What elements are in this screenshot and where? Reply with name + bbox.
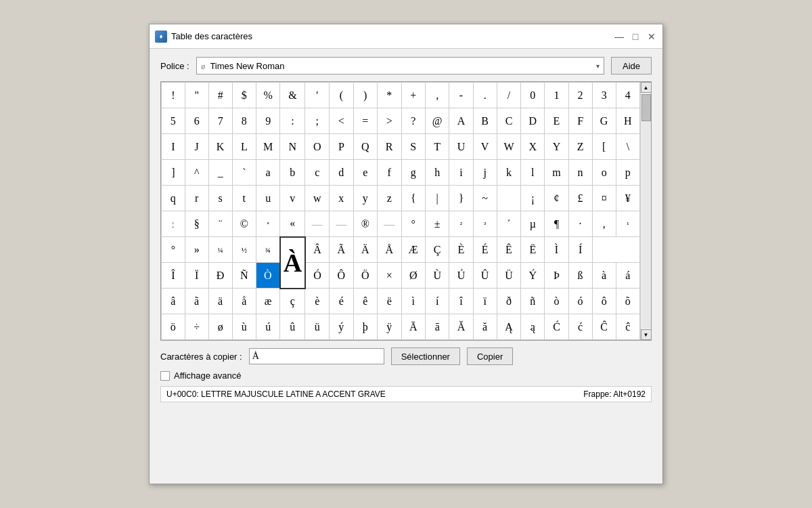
char-cell[interactable]: ²	[449, 211, 473, 237]
char-cell[interactable]: ®	[353, 211, 377, 237]
char-cell[interactable]: ù	[232, 314, 256, 340]
char-cell[interactable]: I	[162, 134, 185, 160]
char-cell[interactable]: L	[232, 134, 256, 160]
char-cell[interactable]: T	[425, 134, 449, 160]
char-cell[interactable]: ¹	[616, 211, 639, 237]
char-cell[interactable]: E	[545, 108, 568, 134]
char-cell[interactable]: .	[473, 83, 497, 108]
char-cell[interactable]: æ	[256, 289, 279, 314]
char-cell[interactable]: Ú	[449, 263, 473, 289]
char-cell[interactable]: C	[497, 108, 521, 134]
char-cell[interactable]: Ø	[401, 263, 425, 289]
char-cell[interactable]: ĉ	[616, 314, 639, 340]
scroll-down-button[interactable]: ▼	[641, 329, 652, 340]
char-cell[interactable]: Ö	[353, 263, 377, 289]
char-cell[interactable]: Ð	[208, 263, 232, 289]
char-cell[interactable]: M	[256, 134, 279, 160]
char-cell[interactable]: å	[232, 289, 256, 314]
char-cell[interactable]: q	[162, 186, 185, 211]
char-cell[interactable]: ¼	[208, 237, 232, 263]
char-cell[interactable]: ç	[280, 289, 305, 314]
char-cell[interactable]: Ü	[497, 263, 521, 289]
char-cell[interactable]: {	[401, 186, 425, 211]
char-cell[interactable]: ¢	[545, 186, 568, 211]
char-cell[interactable]: -	[449, 83, 473, 108]
char-cell[interactable]: à	[592, 263, 616, 289]
char-cell[interactable]: o	[592, 160, 616, 186]
char-cell[interactable]: î	[449, 289, 473, 314]
char-cell[interactable]: G	[592, 108, 616, 134]
char-cell[interactable]: ¨	[208, 211, 232, 237]
char-cell[interactable]: »	[185, 237, 208, 263]
help-button[interactable]: Aide	[611, 57, 652, 75]
char-cell[interactable]: c	[305, 160, 330, 186]
char-cell[interactable]: >	[377, 108, 401, 134]
char-cell[interactable]: è	[305, 289, 330, 314]
char-cell[interactable]	[497, 186, 521, 211]
char-cell[interactable]: O	[305, 134, 330, 160]
char-cell selected[interactable]: Ò	[256, 263, 279, 289]
char-cell[interactable]: ~	[473, 186, 497, 211]
char-cell[interactable]: Æ	[401, 237, 425, 263]
char-cell[interactable]: Q	[353, 134, 377, 160]
char-cell[interactable]: u	[256, 186, 279, 211]
char-cell[interactable]: ø	[208, 314, 232, 340]
char-cell[interactable]: ê	[353, 289, 377, 314]
char-cell[interactable]: ,	[592, 211, 616, 237]
char-cell[interactable]: 8	[232, 108, 256, 134]
char-cell[interactable]: ć	[568, 314, 592, 340]
char-cell[interactable]: l	[521, 160, 545, 186]
char-cell[interactable]: ÿ	[377, 314, 401, 340]
char-cell[interactable]: S	[401, 134, 425, 160]
char-cell[interactable]: y	[353, 186, 377, 211]
char-cell[interactable]: ë	[377, 289, 401, 314]
char-cell[interactable]: H	[616, 108, 639, 134]
char-cell[interactable]: ¡	[521, 186, 545, 211]
char-cell[interactable]: õ	[616, 289, 639, 314]
char-cell[interactable]: ã	[185, 289, 208, 314]
char-cell[interactable]: À	[280, 237, 305, 289]
char-cell[interactable]: ì	[401, 289, 425, 314]
char-cell[interactable]: t	[232, 186, 256, 211]
char-cell[interactable]: ü	[305, 314, 330, 340]
char-cell[interactable]: f	[377, 160, 401, 186]
char-cell[interactable]: Í	[568, 237, 592, 263]
char-cell[interactable]: ;	[305, 108, 330, 134]
char-cell[interactable]: þ	[353, 314, 377, 340]
char-cell[interactable]: â	[162, 289, 185, 314]
char-cell[interactable]: i	[449, 160, 473, 186]
char-cell[interactable]: ô	[592, 289, 616, 314]
char-cell[interactable]: W	[497, 134, 521, 160]
char-cell[interactable]: ±	[425, 211, 449, 237]
char-cell[interactable]: |	[425, 186, 449, 211]
char-cell[interactable]: #	[208, 83, 232, 108]
char-cell[interactable]: ©	[232, 211, 256, 237]
advanced-checkbox[interactable]	[160, 371, 170, 381]
font-dropdown[interactable]: ø Times New Roman ▾	[196, 57, 604, 75]
char-cell[interactable]: !	[162, 83, 185, 108]
char-cell[interactable]: ´	[497, 211, 521, 237]
char-cell[interactable]: 6	[185, 108, 208, 134]
char-cell[interactable]: /	[497, 83, 521, 108]
char-cell[interactable]: —	[305, 211, 330, 237]
char-cell[interactable]: É	[473, 237, 497, 263]
char-cell[interactable]: á	[616, 263, 639, 289]
char-cell[interactable]: s	[208, 186, 232, 211]
char-cell[interactable]: v	[280, 186, 305, 211]
char-cell[interactable]: Ā	[401, 314, 425, 340]
char-cell[interactable]: @	[425, 108, 449, 134]
char-cell[interactable]: =	[353, 108, 377, 134]
char-cell[interactable]: 3	[592, 83, 616, 108]
minimize-button[interactable]: —	[614, 31, 625, 42]
char-cell[interactable]: ð	[497, 289, 521, 314]
char-cell[interactable]: Ê	[497, 237, 521, 263]
char-cell[interactable]: ä	[208, 289, 232, 314]
char-cell[interactable]: ]	[162, 160, 185, 186]
char-cell[interactable]: 9	[256, 108, 279, 134]
char-cell[interactable]: §	[185, 211, 208, 237]
char-cell[interactable]: \	[616, 134, 639, 160]
char-cell[interactable]: ă	[473, 314, 497, 340]
char-cell[interactable]: '	[305, 83, 330, 108]
char-cell[interactable]: ą	[521, 314, 545, 340]
char-cell[interactable]: ª	[256, 211, 279, 237]
